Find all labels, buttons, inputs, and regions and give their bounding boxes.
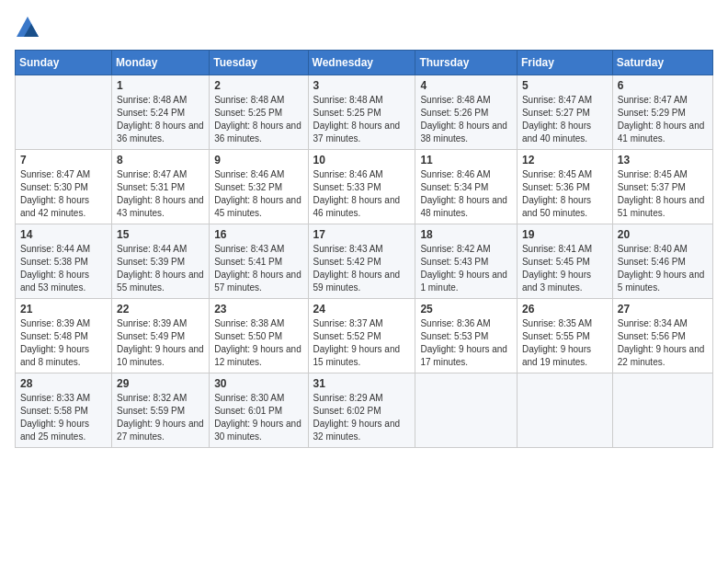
day-cell: 6Sunrise: 8:47 AMSunset: 5:29 PMDaylight…	[612, 75, 712, 150]
col-header-thursday: Thursday	[415, 51, 518, 75]
day-info: Sunrise: 8:34 AMSunset: 5:56 PMDaylight:…	[618, 317, 708, 369]
day-info: Sunrise: 8:30 AMSunset: 6:01 PMDaylight:…	[214, 392, 302, 443]
day-cell: 24Sunrise: 8:37 AMSunset: 5:52 PMDayligh…	[308, 299, 415, 373]
day-info: Sunrise: 8:39 AMSunset: 5:48 PMDaylight:…	[20, 317, 107, 369]
day-number: 21	[20, 303, 107, 316]
day-info: Sunrise: 8:46 AMSunset: 5:33 PMDaylight:…	[313, 168, 411, 220]
day-info: Sunrise: 8:48 AMSunset: 5:25 PMDaylight:…	[313, 94, 411, 145]
day-number: 23	[214, 303, 302, 316]
week-row-2: 7Sunrise: 8:47 AMSunset: 5:30 PMDaylight…	[16, 150, 713, 224]
col-header-wednesday: Wednesday	[308, 51, 415, 75]
day-number: 4	[420, 79, 512, 92]
day-info: Sunrise: 8:39 AMSunset: 5:49 PMDaylight:…	[117, 317, 204, 369]
day-number: 10	[313, 154, 411, 167]
day-cell: 2Sunrise: 8:48 AMSunset: 5:25 PMDaylight…	[210, 75, 308, 150]
day-cell: 3Sunrise: 8:48 AMSunset: 5:25 PMDaylight…	[308, 75, 415, 150]
day-info: Sunrise: 8:48 AMSunset: 5:24 PMDaylight:…	[117, 94, 204, 145]
day-cell: 31Sunrise: 8:29 AMSunset: 6:02 PMDayligh…	[308, 373, 415, 448]
day-cell: 29Sunrise: 8:32 AMSunset: 5:59 PMDayligh…	[112, 373, 210, 448]
day-number: 28	[20, 377, 107, 390]
day-cell: 22Sunrise: 8:39 AMSunset: 5:49 PMDayligh…	[112, 299, 210, 373]
day-info: Sunrise: 8:47 AMSunset: 5:30 PMDaylight:…	[20, 168, 107, 220]
day-number: 27	[618, 303, 708, 316]
day-info: Sunrise: 8:40 AMSunset: 5:46 PMDaylight:…	[618, 243, 708, 294]
calendar-body: 1Sunrise: 8:48 AMSunset: 5:24 PMDaylight…	[16, 75, 713, 448]
day-number: 26	[522, 303, 608, 316]
day-cell: 25Sunrise: 8:36 AMSunset: 5:53 PMDayligh…	[415, 299, 518, 373]
day-info: Sunrise: 8:48 AMSunset: 5:25 PMDaylight:…	[214, 94, 302, 145]
day-cell: 15Sunrise: 8:44 AMSunset: 5:39 PMDayligh…	[112, 224, 210, 299]
day-info: Sunrise: 8:45 AMSunset: 5:37 PMDaylight:…	[618, 168, 708, 220]
day-info: Sunrise: 8:38 AMSunset: 5:50 PMDaylight:…	[214, 317, 302, 369]
day-number: 29	[117, 377, 204, 390]
day-info: Sunrise: 8:36 AMSunset: 5:53 PMDaylight:…	[420, 317, 512, 369]
logo-icon	[15, 15, 40, 40]
day-cell: 13Sunrise: 8:45 AMSunset: 5:37 PMDayligh…	[612, 150, 712, 224]
col-header-monday: Monday	[112, 51, 210, 75]
day-info: Sunrise: 8:45 AMSunset: 5:36 PMDaylight:…	[522, 168, 608, 220]
day-number: 19	[522, 228, 608, 241]
day-cell: 9Sunrise: 8:46 AMSunset: 5:32 PMDaylight…	[210, 150, 308, 224]
week-row-5: 28Sunrise: 8:33 AMSunset: 5:58 PMDayligh…	[16, 373, 713, 448]
col-header-friday: Friday	[517, 51, 612, 75]
calendar-header: SundayMondayTuesdayWednesdayThursdayFrid…	[16, 51, 713, 75]
day-info: Sunrise: 8:48 AMSunset: 5:26 PMDaylight:…	[420, 94, 512, 145]
day-number: 12	[522, 154, 608, 167]
day-number: 13	[618, 154, 708, 167]
day-cell	[517, 373, 612, 448]
day-cell: 12Sunrise: 8:45 AMSunset: 5:36 PMDayligh…	[517, 150, 612, 224]
day-info: Sunrise: 8:43 AMSunset: 5:41 PMDaylight:…	[214, 243, 302, 294]
day-info: Sunrise: 8:43 AMSunset: 5:42 PMDaylight:…	[313, 243, 411, 294]
logo	[15, 15, 44, 40]
day-cell: 14Sunrise: 8:44 AMSunset: 5:38 PMDayligh…	[16, 224, 112, 299]
col-header-saturday: Saturday	[612, 51, 712, 75]
day-cell: 7Sunrise: 8:47 AMSunset: 5:30 PMDaylight…	[16, 150, 112, 224]
day-cell: 23Sunrise: 8:38 AMSunset: 5:50 PMDayligh…	[210, 299, 308, 373]
day-info: Sunrise: 8:33 AMSunset: 5:58 PMDaylight:…	[20, 392, 107, 443]
day-cell: 8Sunrise: 8:47 AMSunset: 5:31 PMDaylight…	[112, 150, 210, 224]
day-number: 3	[313, 79, 411, 92]
day-number: 9	[214, 154, 302, 167]
day-number: 8	[117, 154, 204, 167]
day-number: 24	[313, 303, 411, 316]
header-row: SundayMondayTuesdayWednesdayThursdayFrid…	[16, 51, 713, 75]
day-cell: 21Sunrise: 8:39 AMSunset: 5:48 PMDayligh…	[16, 299, 112, 373]
day-cell	[612, 373, 712, 448]
day-cell: 19Sunrise: 8:41 AMSunset: 5:45 PMDayligh…	[517, 224, 612, 299]
day-number: 30	[214, 377, 302, 390]
day-number: 16	[214, 228, 302, 241]
week-row-4: 21Sunrise: 8:39 AMSunset: 5:48 PMDayligh…	[16, 299, 713, 373]
day-cell: 28Sunrise: 8:33 AMSunset: 5:58 PMDayligh…	[16, 373, 112, 448]
day-number: 6	[618, 79, 708, 92]
day-number: 5	[522, 79, 608, 92]
day-cell	[16, 75, 112, 150]
day-number: 7	[20, 154, 107, 167]
day-cell: 5Sunrise: 8:47 AMSunset: 5:27 PMDaylight…	[517, 75, 612, 150]
day-info: Sunrise: 8:46 AMSunset: 5:34 PMDaylight:…	[420, 168, 512, 220]
day-number: 14	[20, 228, 107, 241]
day-number: 22	[117, 303, 204, 316]
col-header-sunday: Sunday	[16, 51, 112, 75]
header	[15, 15, 713, 40]
day-info: Sunrise: 8:29 AMSunset: 6:02 PMDaylight:…	[313, 392, 411, 443]
calendar-table: SundayMondayTuesdayWednesdayThursdayFrid…	[15, 50, 713, 448]
day-number: 11	[420, 154, 512, 167]
day-cell: 26Sunrise: 8:35 AMSunset: 5:55 PMDayligh…	[517, 299, 612, 373]
day-info: Sunrise: 8:41 AMSunset: 5:45 PMDaylight:…	[522, 243, 608, 294]
day-info: Sunrise: 8:44 AMSunset: 5:39 PMDaylight:…	[117, 243, 204, 294]
day-info: Sunrise: 8:32 AMSunset: 5:59 PMDaylight:…	[117, 392, 204, 443]
day-info: Sunrise: 8:35 AMSunset: 5:55 PMDaylight:…	[522, 317, 608, 369]
day-cell: 27Sunrise: 8:34 AMSunset: 5:56 PMDayligh…	[612, 299, 712, 373]
day-number: 1	[117, 79, 204, 92]
day-info: Sunrise: 8:44 AMSunset: 5:38 PMDaylight:…	[20, 243, 107, 294]
day-info: Sunrise: 8:42 AMSunset: 5:43 PMDaylight:…	[420, 243, 512, 294]
day-cell: 16Sunrise: 8:43 AMSunset: 5:41 PMDayligh…	[210, 224, 308, 299]
day-cell	[415, 373, 518, 448]
day-info: Sunrise: 8:47 AMSunset: 5:29 PMDaylight:…	[618, 94, 708, 145]
day-cell: 18Sunrise: 8:42 AMSunset: 5:43 PMDayligh…	[415, 224, 518, 299]
day-info: Sunrise: 8:37 AMSunset: 5:52 PMDaylight:…	[313, 317, 411, 369]
day-cell: 1Sunrise: 8:48 AMSunset: 5:24 PMDaylight…	[112, 75, 210, 150]
day-info: Sunrise: 8:47 AMSunset: 5:31 PMDaylight:…	[117, 168, 204, 220]
day-number: 15	[117, 228, 204, 241]
day-number: 20	[618, 228, 708, 241]
